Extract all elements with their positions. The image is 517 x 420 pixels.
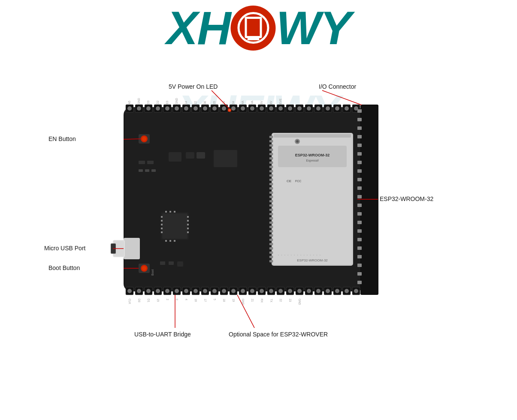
svg-rect-191 [269,222,273,224]
svg-point-39 [241,106,245,111]
svg-rect-224 [187,224,189,225]
svg-point-33 [184,106,188,111]
svg-rect-218 [161,220,163,222]
svg-text:6V: 6V [260,100,263,104]
logo-area: XH WY [166,4,351,51]
svg-rect-112 [357,178,362,181]
svg-point-88 [231,289,236,293]
svg-text:EVE: EVE [278,98,281,104]
label-power-led: 5V Power On LED [169,83,218,90]
svg-text:35: 35 [212,101,215,104]
svg-rect-187 [269,204,273,207]
svg-point-38 [231,106,236,111]
svg-point-91 [260,289,264,293]
label-optional-space: Optional Space for ESP32-WROVER [229,331,328,338]
svg-text:• • • • • • • • • • • • • •: • • • • • • • • • • • • • • [278,254,321,256]
svg-rect-179 [269,170,273,172]
svg-rect-173 [269,144,273,147]
svg-rect-227 [165,211,167,213]
svg-text:16: 16 [194,299,197,302]
svg-text:15: 15 [157,299,160,302]
svg-text:22: 22 [193,101,197,104]
svg-text:22: 22 [279,299,282,302]
svg-rect-232 [174,240,175,242]
logo-text-left: XH [166,4,230,51]
svg-point-35 [203,106,207,111]
label-boot-button: Boot Button [48,264,80,271]
diagram-container: A5 GND D3 D2 E3 GND 14 22 3E 35 33 34 4A… [44,66,473,392]
svg-rect-103 [361,105,378,294]
svg-text:23: 23 [289,299,292,302]
svg-text:ESP32-WROOM-32: ESP32-WROOM-32 [297,258,328,262]
svg-rect-228 [169,211,171,213]
svg-point-32 [175,106,179,111]
svg-rect-183 [269,187,273,189]
svg-text:Boot: Boot [151,270,154,276]
svg-rect-163 [274,134,351,138]
svg-point-40 [250,106,254,111]
svg-rect-236 [214,150,237,167]
svg-rect-116 [357,212,362,216]
svg-text:5: 5 [213,299,216,300]
svg-text:TX: TX [270,299,273,303]
svg-point-50 [345,106,349,111]
svg-rect-181 [269,179,273,181]
svg-text:A5: A5 [127,101,130,104]
svg-point-47 [316,106,320,111]
svg-text:GND: GND [137,98,140,104]
svg-rect-124 [357,281,362,284]
svg-point-213 [229,109,230,111]
svg-rect-238 [147,161,154,164]
svg-point-92 [269,289,273,293]
svg-point-81 [165,289,169,293]
svg-rect-122 [357,264,362,267]
svg-point-94 [288,289,292,293]
svg-line-248 [322,90,362,105]
svg-text:VA: VA [250,100,253,104]
svg-rect-115 [357,204,362,207]
svg-text:0: 0 [175,299,178,300]
diagram-svg: A5 GND D3 D2 E3 GND 14 22 3E 35 33 34 4A… [44,66,473,392]
svg-point-99 [335,289,339,293]
svg-text:ESP32-WROOM-32: ESP32-WROOM-32 [295,153,330,157]
svg-text:14: 14 [184,101,187,104]
svg-point-208 [142,137,146,141]
svg-rect-220 [161,228,163,229]
svg-rect-198 [269,252,273,254]
svg-rect-114 [357,195,362,198]
svg-point-28 [137,106,141,111]
svg-point-80 [156,289,160,293]
svg-rect-197 [269,247,273,249]
svg-text:4A: 4A [241,100,244,104]
svg-rect-223 [187,220,189,222]
svg-rect-230 [165,240,167,242]
svg-rect-225 [187,228,189,229]
svg-rect-184 [269,192,273,194]
svg-rect-234 [186,152,194,159]
svg-rect-110 [357,161,362,164]
label-micro-usb: Micro USB Port [44,245,86,252]
svg-rect-121 [357,255,362,258]
svg-rect-176 [269,157,273,159]
svg-text:FCC: FCC [295,180,301,183]
svg-rect-120 [357,246,362,250]
logo-circle [231,6,276,51]
svg-point-101 [354,289,358,293]
svg-rect-180 [269,174,273,177]
svg-rect-186 [269,200,273,202]
svg-point-45 [297,106,302,111]
svg-point-211 [142,266,146,270]
svg-point-77 [127,289,132,293]
svg-point-96 [307,289,311,293]
svg-rect-104 [357,109,362,113]
svg-rect-216 [162,213,187,239]
svg-rect-117 [357,221,362,224]
svg-rect-222 [187,216,189,218]
svg-text:RX: RX [260,299,263,303]
svg-point-46 [307,106,311,111]
svg-point-86 [212,289,217,293]
svg-rect-199 [269,256,273,258]
svg-rect-188 [269,209,273,211]
svg-rect-201 [124,238,140,259]
svg-text:4: 4 [185,299,188,300]
